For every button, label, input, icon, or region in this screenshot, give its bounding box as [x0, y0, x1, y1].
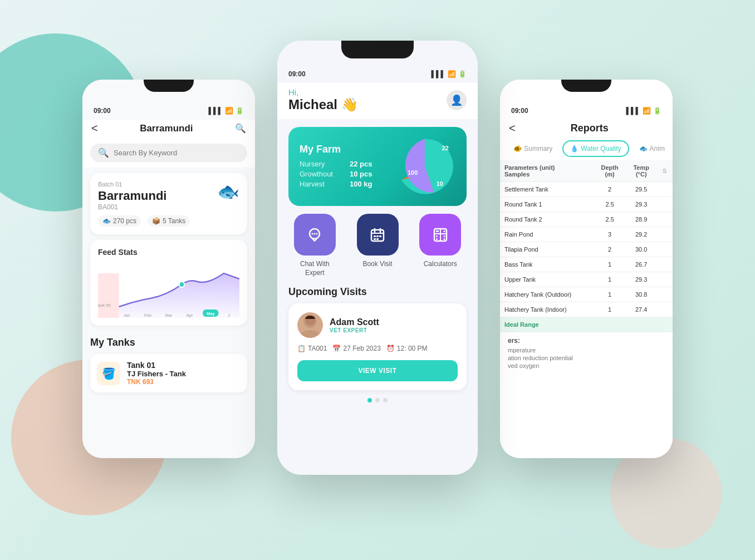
- visit-date: 📅 27 Feb 2023: [332, 345, 380, 352]
- notch-right: [561, 80, 611, 92]
- calculators-button[interactable]: Calculators: [411, 214, 469, 277]
- harvest-row: Harvest 100 kg: [300, 180, 372, 188]
- fish-card: Batch 01 Barramundi BA001 🐟 270 pcs 📦 5 …: [90, 173, 247, 234]
- tank-full-name: TJ Fishers - Tank: [127, 370, 186, 378]
- chat-label: Chat WithExpert: [300, 260, 330, 277]
- row-name: Settlement Tank: [500, 182, 594, 197]
- row-name: Ideal Range: [500, 317, 594, 332]
- row-name: Round Tank 2: [500, 212, 594, 227]
- phone-right: 09:00 ▌▌▌ 📶 🔋 < Reports 🐠 Summary: [500, 80, 673, 458]
- table-row: Round Tank 2 2.5 28.9: [500, 212, 673, 227]
- search-input[interactable]: [114, 149, 239, 157]
- feed-stats-card: Feed Stats: [90, 240, 247, 326]
- upcoming-title: Upcoming Visits: [288, 286, 467, 298]
- row-temp: 28.9: [626, 212, 656, 227]
- search-icon-left[interactable]: 🔍: [235, 123, 246, 134]
- table-container: Parameters (unit)Samples Depth(m) Temp(°…: [500, 160, 673, 332]
- farm-card: My Farm Nursery 22 pcs Growthout 10 pcs …: [288, 127, 467, 206]
- expert-tag: VET EXPERT: [330, 327, 379, 333]
- visit-time: ⏰ 12: 00 PM: [386, 345, 428, 352]
- user-avatar-button[interactable]: 👤: [447, 90, 467, 110]
- row-temp: 29.3: [626, 197, 656, 212]
- notch-center: [341, 41, 414, 58]
- row-name: Rain Pond: [500, 227, 594, 242]
- col-header-extra: S: [656, 160, 673, 182]
- row-name: Hatchery Tank (Indoor): [500, 302, 594, 317]
- status-bar-left: 09:00 ▌▌▌ 📶 🔋: [82, 100, 255, 120]
- svg-point-29: [436, 238, 438, 240]
- row-depth: 2: [594, 182, 626, 197]
- book-visit-button[interactable]: Book Visit: [349, 214, 406, 277]
- chat-expert-button[interactable]: Chat WithExpert: [286, 214, 344, 277]
- calendar-icon: [357, 214, 399, 256]
- tank-item[interactable]: 🪣 Tank 01 TJ Fishers - Tank TNK 693: [90, 354, 247, 392]
- my-tanks-title: My Tanks: [90, 337, 247, 348]
- pie-label-10: 10: [437, 180, 443, 187]
- expert-row: Adam Scott VET EXPERT: [297, 312, 458, 338]
- col-header-name: Parameters (unit)Samples: [500, 160, 594, 182]
- tab-summary[interactable]: 🐠 Summary: [507, 140, 559, 157]
- legend-title: ers:: [508, 337, 665, 345]
- visit-details: 📋 TA001 📅 27 Feb 2023 ⏰ 12: 00 PM: [297, 345, 458, 352]
- svg-rect-18: [374, 235, 376, 237]
- svg-point-11: [312, 233, 313, 234]
- tank-name: Tank 01: [127, 361, 186, 370]
- row-temp: 30.8: [626, 287, 656, 302]
- carousel-dots: [277, 398, 478, 402]
- svg-rect-26: [436, 230, 439, 232]
- row-name: Tilapia Pond: [500, 242, 594, 257]
- dot-1: [367, 398, 372, 402]
- status-icons-left: ▌▌▌ 📶 🔋: [208, 107, 244, 115]
- col-header-temp: Temp(°C): [626, 160, 656, 182]
- tab-water-quality[interactable]: 💧 Water Quality: [562, 140, 629, 157]
- svg-point-28: [436, 235, 438, 237]
- tab-animal[interactable]: 🐟 Anim: [633, 140, 671, 157]
- row-temp: [626, 317, 656, 332]
- visit-card: Adam Scott VET EXPERT 📋 TA001 📅 27 Feb 2…: [288, 303, 467, 390]
- row-name: Hatchery Tank (Outdoor): [500, 287, 594, 302]
- farm-pie-chart: 22 100 10: [394, 136, 455, 197]
- table-row: Bass Tank 1 26.7: [500, 257, 673, 272]
- table-row: Round Tank 1 2.5 29.3: [500, 197, 673, 212]
- row-depth: 1: [594, 272, 626, 287]
- time-center: 09:00: [288, 70, 306, 78]
- row-temp: 30.0: [626, 242, 656, 257]
- fish-meta: 🐟 270 pcs 📦 5 Tanks: [98, 215, 239, 227]
- left-header: < Barramundi 🔍: [82, 120, 255, 140]
- row-depth: 2.5: [594, 212, 626, 227]
- row-temp: 29.2: [626, 227, 656, 242]
- row-temp: 29.5: [626, 182, 656, 197]
- table-row: Upper Tank 1 29.3: [500, 272, 673, 287]
- view-visit-button[interactable]: VIEW VISIT: [297, 360, 458, 381]
- svg-point-1: [179, 282, 184, 287]
- status-icons-right: ▌▌▌ 📶 🔋: [626, 107, 661, 115]
- row-depth: 1: [594, 302, 626, 317]
- svg-point-12: [314, 233, 316, 234]
- tank-id: TNK 693: [127, 378, 186, 386]
- table-row: Rain Pond 3 29.2: [500, 227, 673, 242]
- svg-rect-0: [98, 273, 119, 318]
- legend-temp: mperature: [508, 347, 665, 353]
- back-button-right[interactable]: <: [509, 122, 516, 135]
- table-row: Ideal Range: [500, 317, 673, 332]
- col-header-depth: Depth(m): [594, 160, 626, 182]
- phone-left: 09:00 ▌▌▌ 📶 🔋 < Barramundi 🔍 🔍: [82, 80, 255, 458]
- fish-image: 🐟: [217, 181, 239, 202]
- svg-point-30: [443, 235, 445, 237]
- legend-orp: ation reduction potential: [508, 355, 665, 361]
- svg-text:May: May: [207, 311, 215, 316]
- expert-name: Adam Scott: [330, 317, 379, 327]
- time-left: 09:00: [94, 107, 111, 115]
- calculator-icon: [419, 214, 461, 256]
- svg-point-33: [300, 330, 320, 338]
- greeting-hi: Hi,: [288, 87, 358, 97]
- quick-actions: Chat WithExpert: [286, 214, 469, 277]
- dot-3: [383, 398, 388, 402]
- farm-title: My Farm: [300, 144, 372, 155]
- legend-do: ved oxygen: [508, 362, 665, 369]
- status-icons-center: ▌▌▌ 📶 🔋: [431, 70, 467, 78]
- expert-info: Adam Scott VET EXPERT: [330, 317, 379, 333]
- tabs-row: 🐠 Summary 💧 Water Quality 🐟 Anim: [500, 140, 673, 157]
- back-button-left[interactable]: <: [91, 122, 98, 135]
- page-title-right: Reports: [516, 122, 664, 134]
